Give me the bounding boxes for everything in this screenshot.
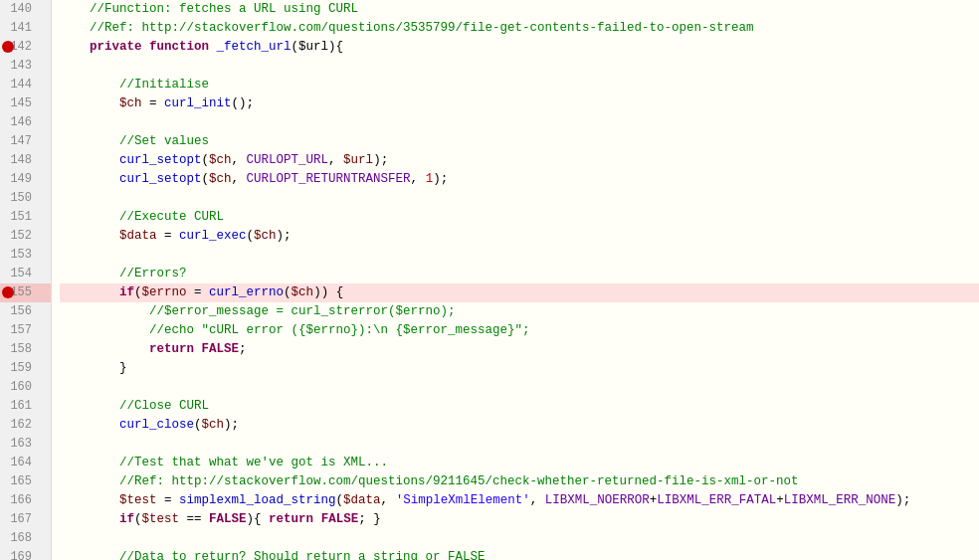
line-num: 149 bbox=[4, 170, 32, 189]
line-number-row: 141 bbox=[0, 19, 51, 38]
function-token: curl_errno bbox=[209, 283, 284, 302]
plain-token bbox=[60, 283, 119, 302]
line-num: 166 bbox=[4, 491, 32, 510]
comment-token: //Data to return? Should return a string… bbox=[60, 548, 486, 560]
plain-token: ; bbox=[239, 340, 247, 359]
plain-token: ); bbox=[224, 416, 239, 435]
line-number-row: 146 bbox=[0, 113, 51, 132]
code-line: curl_close($ch); bbox=[60, 416, 979, 435]
code-line bbox=[60, 246, 979, 265]
code-line: if($test == FALSE){ return FALSE; } bbox=[60, 510, 979, 529]
line-number-row: 148 bbox=[0, 151, 51, 170]
line-number-row: 145 bbox=[0, 94, 51, 113]
line-number-row: 164 bbox=[0, 454, 51, 472]
plain-token bbox=[60, 38, 90, 57]
line-number-row: 151 bbox=[0, 208, 51, 227]
code-line bbox=[60, 113, 979, 132]
line-number-row: 142 bbox=[0, 38, 51, 57]
code-line: //Close CURL bbox=[60, 397, 979, 416]
plain-token: == bbox=[179, 510, 209, 529]
line-number-row: 153 bbox=[0, 246, 51, 265]
keyword-token: if bbox=[119, 283, 134, 302]
keyword-token: FALSE bbox=[321, 510, 359, 529]
line-number-row: 140 bbox=[0, 0, 51, 19]
function-token: curl_setopt bbox=[119, 151, 202, 170]
plain-token: ); bbox=[433, 170, 448, 189]
plain-token bbox=[209, 38, 217, 57]
code-line: curl_setopt($ch, CURLOPT_URL, $url); bbox=[60, 151, 979, 170]
plain-token: = bbox=[187, 283, 210, 302]
keyword-token: return bbox=[149, 340, 194, 359]
line-num: 165 bbox=[4, 472, 32, 491]
comment-token: //Ref: http://stackoverflow.com/question… bbox=[60, 472, 799, 491]
comment-token: //Initialise bbox=[60, 76, 209, 94]
plain-token bbox=[60, 151, 119, 170]
plain-token: ; } bbox=[358, 510, 381, 529]
line-number-row: 147 bbox=[0, 132, 51, 151]
comment-token: //echo "cURL error ({$errno}):\n {$error… bbox=[60, 321, 530, 340]
line-num: 140 bbox=[4, 0, 32, 19]
plain-token: , bbox=[530, 491, 545, 510]
plain-token bbox=[313, 510, 321, 529]
code-area[interactable]: //Function: fetches a URL using CURL //R… bbox=[52, 0, 979, 560]
code-line bbox=[60, 189, 979, 208]
comment-token: //Close CURL bbox=[60, 397, 209, 416]
plain-token: ( bbox=[336, 491, 344, 510]
variable-token: $ch bbox=[202, 416, 225, 435]
line-number-row: 167 bbox=[0, 510, 51, 529]
function-token: curl_setopt bbox=[119, 170, 202, 189]
plain-token: ){ bbox=[247, 510, 270, 529]
line-num: 143 bbox=[4, 57, 32, 76]
variable-token: $test bbox=[142, 510, 180, 529]
plain-token: ( bbox=[202, 170, 210, 189]
line-number-row: 157 bbox=[0, 321, 51, 340]
code-line: $test = simplexml_load_string($data, 'Si… bbox=[60, 491, 979, 510]
plain-token: ); bbox=[895, 491, 910, 510]
code-line: //Test that what we've got is XML... bbox=[60, 454, 979, 472]
line-number-row: 154 bbox=[0, 265, 51, 283]
variable-token: $ch bbox=[254, 227, 277, 246]
line-num: 159 bbox=[4, 359, 32, 378]
line-num: 154 bbox=[4, 265, 32, 283]
variable-token: $ch bbox=[119, 94, 142, 113]
variable-token: $ch bbox=[209, 151, 232, 170]
breakpoint-indicator[interactable] bbox=[2, 286, 14, 298]
line-num: 167 bbox=[4, 510, 32, 529]
line-number-row: 156 bbox=[0, 302, 51, 321]
function-token: curl_close bbox=[119, 416, 194, 435]
function-token: _fetch_url bbox=[217, 38, 292, 57]
line-num: 148 bbox=[4, 151, 32, 170]
code-line: //Errors? bbox=[60, 265, 979, 283]
plain-token: ($url){ bbox=[292, 38, 344, 57]
comment-token: //$error_message = curl_strerror($errno)… bbox=[60, 302, 456, 321]
keyword-token: function bbox=[149, 38, 209, 57]
variable-token: $test bbox=[119, 491, 157, 510]
line-number-row: 160 bbox=[0, 378, 51, 397]
plain-token: , bbox=[411, 170, 426, 189]
plain-token bbox=[60, 94, 119, 113]
code-line bbox=[60, 378, 979, 397]
line-num: 161 bbox=[4, 397, 32, 416]
plain-token bbox=[60, 416, 119, 435]
plain-token bbox=[142, 38, 150, 57]
plain-token: ); bbox=[277, 227, 292, 246]
variable-token: $data bbox=[119, 227, 157, 246]
const-token: LIBXML_ERR_FATAL bbox=[657, 491, 776, 510]
line-numbers: 1401411421431441451461471481491501511521… bbox=[0, 0, 52, 560]
breakpoint-indicator[interactable] bbox=[2, 41, 14, 53]
code-line bbox=[60, 529, 979, 548]
line-number-row: 162 bbox=[0, 416, 51, 435]
line-number-row: 143 bbox=[0, 57, 51, 76]
code-line: curl_setopt($ch, CURLOPT_RETURNTRANSFER,… bbox=[60, 170, 979, 189]
line-num: 164 bbox=[4, 454, 32, 472]
code-line: private function _fetch_url($url){ bbox=[60, 38, 979, 57]
plain-token bbox=[60, 170, 119, 189]
plain-token bbox=[60, 491, 119, 510]
line-num: 141 bbox=[4, 19, 32, 38]
plain-token: = bbox=[157, 227, 180, 246]
code-line: //Set values bbox=[60, 132, 979, 151]
code-editor: 1401411421431441451461471481491501511521… bbox=[0, 0, 979, 560]
line-num: 163 bbox=[4, 435, 32, 454]
line-num: 160 bbox=[4, 378, 32, 397]
plain-token: ( bbox=[194, 416, 202, 435]
